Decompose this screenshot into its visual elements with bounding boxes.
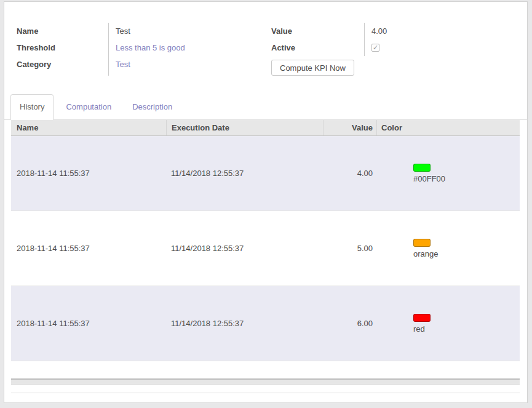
row-color-cell: red xyxy=(376,286,520,361)
value-field-label: Value xyxy=(271,23,364,39)
tab-description[interactable]: Description xyxy=(124,95,181,119)
table-row[interactable]: 2018-11-14 11:55:37 11/14/2018 12:55:37 … xyxy=(11,136,520,211)
threshold-field-label: Threshold xyxy=(17,39,108,56)
table-row[interactable]: 2018-11-14 11:55:37 11/14/2018 12:55:37 … xyxy=(11,286,520,361)
history-list-view: Name Execution Date Value Color 2018-11-… xyxy=(11,120,520,361)
row-name-cell: 2018-11-14 11:55:37 xyxy=(11,136,166,210)
column-header-name[interactable]: Name xyxy=(11,120,166,135)
row-execution-date-cell: 11/14/2018 12:55:37 xyxy=(166,211,323,286)
labels-column-left: Name Threshold Category xyxy=(17,23,108,76)
labels-column-right: Value Active xyxy=(271,23,364,56)
table-header-row: Name Execution Date Value Color xyxy=(11,120,520,136)
row-name-cell: 2018-11-14 11:55:37 xyxy=(11,286,166,361)
column-header-value[interactable]: Value xyxy=(323,120,376,135)
column-header-color[interactable]: Color xyxy=(376,120,520,135)
row-value-cell: 5.00 xyxy=(323,211,376,286)
tab-computation[interactable]: Computation xyxy=(57,95,120,119)
horizontal-scrollbar[interactable] xyxy=(11,378,520,385)
active-field-label: Active xyxy=(271,39,364,56)
row-execution-date-cell: 11/14/2018 12:55:37 xyxy=(166,136,323,210)
values-column-left: Test Less than 5 is good Test xyxy=(108,23,271,76)
table-body: 2018-11-14 11:55:37 11/14/2018 12:55:37 … xyxy=(11,136,520,361)
color-swatch xyxy=(413,239,431,247)
name-field-value[interactable]: Test xyxy=(116,23,271,39)
color-label: orange xyxy=(413,249,438,258)
active-checkbox[interactable]: ✓ xyxy=(371,44,379,52)
column-header-execution-date[interactable]: Execution Date xyxy=(166,120,323,135)
form-sheet: Name Threshold Category Test Less than 5… xyxy=(4,1,528,403)
category-field-label: Category xyxy=(17,56,108,73)
form-group-right: Value Active 4.00 ✓ Compute KPI Now xyxy=(271,23,518,76)
tab-history[interactable]: History xyxy=(10,94,54,120)
row-color-cell: orange xyxy=(376,211,520,286)
color-label: red xyxy=(413,324,425,334)
threshold-field-value[interactable]: Less than 5 is good xyxy=(116,39,271,56)
compute-kpi-now-button[interactable]: Compute KPI Now xyxy=(271,60,354,76)
color-swatch xyxy=(413,314,431,322)
row-name-cell: 2018-11-14 11:55:37 xyxy=(11,211,166,286)
notebook: History Computation Description Name Exe… xyxy=(4,94,527,393)
checkbox-check-icon: ✓ xyxy=(373,44,378,51)
color-swatch xyxy=(413,164,431,172)
row-color-cell: #00FF00 xyxy=(376,136,520,210)
form-group-left: Name Threshold Category Test Less than 5… xyxy=(17,23,271,76)
row-value-cell: 6.00 xyxy=(323,286,376,361)
category-field-value[interactable]: Test xyxy=(116,56,271,73)
values-column-right: 4.00 ✓ xyxy=(364,23,518,56)
name-field-label: Name xyxy=(17,23,108,39)
table-row[interactable]: 2018-11-14 11:55:37 11/14/2018 12:55:37 … xyxy=(11,211,520,286)
tab-bar: History Computation Description xyxy=(4,94,527,120)
form-fields-area: Name Threshold Category Test Less than 5… xyxy=(4,2,527,76)
row-execution-date-cell: 11/14/2018 12:55:37 xyxy=(166,286,323,361)
color-label: #00FF00 xyxy=(413,174,445,183)
value-field-value[interactable]: 4.00 xyxy=(371,23,518,39)
row-value-cell: 4.00 xyxy=(323,136,376,210)
footer-divider xyxy=(11,393,520,393)
